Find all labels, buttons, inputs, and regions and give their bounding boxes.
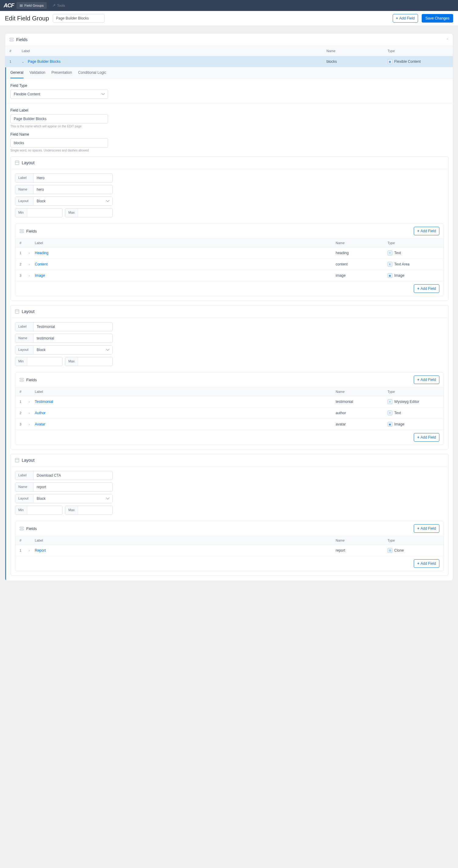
plus-icon: + (417, 286, 419, 291)
layout-min-row: Min (15, 208, 62, 217)
add-field-button[interactable]: +Add Field (414, 284, 439, 293)
label: Min (15, 209, 27, 217)
svg-rect-15 (20, 527, 24, 528)
row-label[interactable]: Author (35, 411, 336, 415)
layout-max-row: Max (65, 506, 113, 515)
nested-row[interactable]: 3 › Image image ▣Image (15, 270, 443, 281)
layout-display-row: LayoutBlock (15, 494, 113, 503)
layout-header[interactable]: Layout (11, 305, 448, 318)
col-num: # (20, 241, 29, 245)
layout-icon (15, 458, 19, 462)
add-field-button[interactable]: +Add Field (414, 559, 439, 568)
chevron-right-icon[interactable]: › (29, 423, 35, 426)
layout-name-row: Name (15, 334, 113, 343)
tab-validation[interactable]: Validation (30, 67, 46, 78)
layout-max-input[interactable] (78, 209, 113, 217)
add-field-button[interactable]: +Add Field (414, 524, 439, 533)
tab-conditional[interactable]: Conditional Logic (78, 67, 106, 78)
fields-card: Fields ⌃ # Label Name Type 1 ⌄ Page Buil… (5, 33, 453, 581)
nested-fields: Fields +Add Field # Label Name Type 1 › … (15, 223, 444, 296)
nested-table-header: # Label Name Type (15, 239, 443, 247)
card-header[interactable]: Fields ⌃ (5, 33, 453, 46)
layout-icon (15, 161, 19, 165)
nested-footer: +Add Field (15, 281, 443, 296)
row-label[interactable]: Page Builder Blocks (28, 59, 326, 64)
add-field-button[interactable]: +Add Field (414, 433, 439, 442)
nested-row[interactable]: 2 › Author author TText (15, 407, 443, 419)
nav-tools[interactable]: Tools (49, 2, 68, 9)
tabs: General Validation Presentation Conditio… (6, 67, 453, 79)
add-field-button[interactable]: +Add Field (414, 375, 439, 384)
col-num: # (20, 538, 29, 542)
row-label[interactable]: Avatar (35, 422, 336, 426)
layout-display-select[interactable]: Block (34, 346, 112, 354)
nav-field-groups[interactable]: Field Groups (17, 2, 47, 9)
logo: ACF (4, 2, 14, 9)
type-icon: ▣ (388, 422, 392, 427)
nested-row[interactable]: 2 › Content content ¶Text Area (15, 259, 443, 270)
add-field-button[interactable]: +Add Field (414, 227, 439, 235)
field-type-select[interactable]: Flexible Content (10, 90, 108, 99)
plus-icon: + (417, 561, 419, 566)
row-name: author (336, 411, 388, 415)
chevron-right-icon[interactable]: › (29, 411, 35, 415)
add-field-button[interactable]: +Add Field (393, 14, 418, 23)
title-input[interactable] (53, 14, 105, 23)
layout-name-input[interactable] (34, 334, 112, 343)
layout-header[interactable]: Layout (11, 454, 448, 467)
nested-row[interactable]: 1 › Testimonial testimonial ≡Wysiwyg Edi… (15, 396, 443, 407)
layout-min-input[interactable] (27, 209, 62, 217)
nested-row[interactable]: 3 › Avatar avatar ▣Image (15, 419, 443, 430)
layout-name-input[interactable] (34, 483, 112, 491)
chevron-right-icon[interactable]: › (29, 263, 35, 266)
layout-label-input[interactable] (34, 471, 112, 480)
tab-presentation[interactable]: Presentation (52, 67, 72, 78)
row-num: 1 (20, 400, 29, 404)
layout-label-input[interactable] (34, 174, 112, 182)
layout-display-select[interactable]: Block (34, 494, 112, 503)
row-label[interactable]: Content (35, 262, 336, 267)
chevron-right-icon[interactable]: › (29, 274, 35, 277)
field-expanded: General Validation Presentation Conditio… (5, 67, 453, 581)
svg-rect-1 (20, 5, 23, 5)
row-label[interactable]: Image (35, 273, 336, 278)
chevron-down-icon[interactable]: ⌄ (22, 60, 28, 63)
row-label[interactable]: Testimonial (35, 400, 336, 404)
label: Min (15, 357, 27, 366)
hint: Single word, no spaces. Underscores and … (10, 149, 449, 152)
chevron-right-icon[interactable]: › (29, 251, 35, 255)
nested-row[interactable]: 1 › Report report ⊡Clone (15, 545, 443, 556)
tab-general[interactable]: General (10, 67, 24, 78)
svg-rect-12 (20, 380, 24, 381)
layout-name-input[interactable] (34, 185, 112, 194)
layout-label-row: Label (15, 322, 113, 331)
layout-label-input[interactable] (34, 322, 112, 331)
chevron-right-icon[interactable]: › (29, 400, 35, 404)
save-button[interactable]: Save Changes (422, 14, 453, 23)
field-label-input[interactable] (10, 114, 108, 123)
label: Label (15, 174, 34, 182)
row-name: blocks (326, 59, 388, 64)
layout-max-input[interactable] (78, 357, 113, 366)
fields-icon (9, 37, 14, 42)
chevron-right-icon[interactable]: › (29, 549, 35, 552)
svg-rect-11 (20, 378, 24, 379)
layout-header[interactable]: Layout (11, 157, 448, 169)
layout-min-row: Min (15, 506, 62, 515)
chevron-up-icon[interactable]: ⌃ (446, 38, 449, 41)
field-name-input[interactable] (10, 138, 108, 148)
layout-display-select[interactable]: Block (34, 197, 112, 206)
row-label[interactable]: Heading (35, 251, 336, 255)
layout-min-input[interactable] (27, 506, 62, 515)
nested-row[interactable]: 1 › Heading heading TText (15, 247, 443, 259)
nested-footer: +Add Field (15, 556, 443, 571)
layout-icon (15, 309, 19, 314)
layout-max-input[interactable] (78, 506, 113, 515)
layout-min-input[interactable] (27, 357, 62, 366)
plus-icon: + (417, 526, 419, 531)
row-label[interactable]: Report (35, 548, 336, 553)
field-row[interactable]: 1 ⌄ Page Builder Blocks blocks ▦Flexible… (5, 56, 453, 67)
label: Min (15, 506, 27, 515)
layout-name-row: Name (15, 483, 113, 492)
row-num: 2 (20, 262, 29, 266)
